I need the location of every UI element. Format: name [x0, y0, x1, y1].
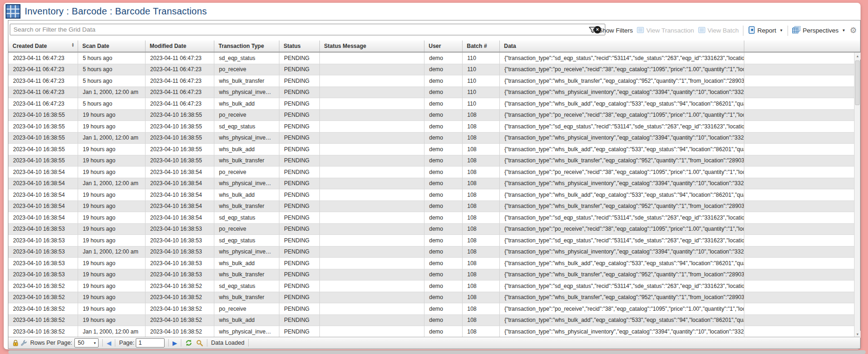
- table-row[interactable]: 2023-04-10 16:38:5219 hours ago2023-04-1…: [8, 315, 854, 327]
- table-row[interactable]: 2023-04-10 16:38:5519 hours ago2023-04-1…: [8, 121, 854, 133]
- cell-data: {"transaction_type":"whs_physical_invent…: [500, 133, 744, 144]
- cell-transaction-type: whs_physical_inve…: [214, 133, 279, 144]
- table-row[interactable]: 2023-04-11 06:47:23Jan 1, 2000, 12:00 am…: [8, 87, 854, 99]
- table-row[interactable]: 2023-04-10 16:38:53Jan 1, 2000, 12:00 am…: [8, 247, 854, 258]
- cell-status-message: [320, 189, 424, 201]
- cell-scan-date: 19 hours ago: [78, 201, 146, 213]
- cell-transaction-type: whs_bulk_add: [214, 189, 279, 201]
- horizontal-scrollbar[interactable]: [8, 350, 866, 354]
- cell-filler: [744, 269, 854, 281]
- table-row[interactable]: 2023-04-11 06:47:235 hours ago2023-04-11…: [8, 98, 854, 110]
- column-header-transaction-type[interactable]: Transaction Type: [214, 40, 279, 52]
- scrollbar-thumb[interactable]: [855, 60, 860, 105]
- cell-modified-date: 2023-04-10 16:38:53: [146, 224, 214, 235]
- column-header-user[interactable]: User: [424, 40, 463, 52]
- cell-created-date: 2023-04-10 16:38:55: [8, 133, 78, 144]
- cell-user: demo: [424, 224, 463, 235]
- cell-batch: 108: [463, 201, 500, 213]
- cell-status: PENDING: [279, 178, 320, 190]
- cell-transaction-type: whs_physical_inve…: [214, 87, 279, 99]
- cell-data: {"transaction_type":"po_receive","recid"…: [500, 110, 744, 121]
- cell-status-message: [320, 167, 424, 178]
- cell-batch: 108: [463, 258, 500, 269]
- table-row[interactable]: 2023-04-10 16:38:5219 hours ago2023-04-1…: [8, 292, 854, 304]
- wrench-icon[interactable]: [20, 340, 27, 347]
- cell-created-date: 2023-04-10 16:38:53: [8, 235, 78, 247]
- cell-batch: 110: [463, 87, 500, 99]
- show-filters-button[interactable]: Show Filters: [589, 27, 633, 35]
- magnifier-icon[interactable]: [196, 340, 203, 347]
- table-row[interactable]: 2023-04-10 16:38:5319 hours ago2023-04-1…: [8, 235, 854, 247]
- filter-funnel-icon: [589, 27, 596, 35]
- cell-data: {"transaction_type":"po_receive","recid"…: [500, 64, 744, 76]
- column-header-status[interactable]: Status: [279, 40, 320, 52]
- view-transaction-button[interactable]: View Transaction: [637, 27, 694, 34]
- footer-separator: [207, 339, 207, 347]
- refresh-icon[interactable]: [185, 339, 192, 347]
- view-batch-button[interactable]: View Batch: [698, 27, 739, 34]
- table-row[interactable]: 2023-04-10 16:38:5519 hours ago2023-04-1…: [8, 155, 854, 167]
- column-header-data[interactable]: Data: [500, 40, 744, 52]
- rows-per-page-select[interactable]: 50 ▼: [74, 338, 99, 347]
- previous-page-icon[interactable]: ◀: [106, 340, 111, 346]
- search-input[interactable]: [10, 24, 605, 35]
- cell-transaction-type: sd_eqp_status: [214, 281, 279, 292]
- table-row[interactable]: 2023-04-10 16:38:54Jan 1, 2000, 12:00 am…: [8, 178, 854, 190]
- vertical-scrollbar[interactable]: ▲ ▼: [854, 53, 860, 338]
- grid-body: 2023-04-11 06:47:235 hours ago2023-04-11…: [8, 53, 854, 338]
- table-row[interactable]: 2023-04-10 16:38:5219 hours ago2023-04-1…: [8, 303, 854, 315]
- sort-icon[interactable]: ▲▼: [72, 42, 74, 47]
- table-row[interactable]: 2023-04-10 16:38:52Jan 1, 2000, 12:00 am…: [8, 326, 854, 338]
- cell-status: PENDING: [279, 292, 320, 304]
- cell-batch: 108: [463, 144, 500, 155]
- lock-icon[interactable]: [13, 340, 19, 347]
- table-row[interactable]: 2023-04-10 16:38:5419 hours ago2023-04-1…: [8, 189, 854, 201]
- table-row[interactable]: 2023-04-10 16:38:5419 hours ago2023-04-1…: [8, 201, 854, 213]
- cell-status-message: [320, 292, 424, 304]
- perspectives-label: Perspectives: [803, 27, 839, 34]
- table-row[interactable]: 2023-04-10 16:38:5319 hours ago2023-04-1…: [8, 224, 854, 235]
- scroll-up-icon[interactable]: ▲: [855, 53, 861, 60]
- column-header-status-message[interactable]: Status Message: [320, 40, 424, 52]
- table-row[interactable]: 2023-04-10 16:38:5419 hours ago2023-04-1…: [8, 167, 854, 178]
- app-panel: Inventory : Barcode : Barcode Transactio…: [4, 3, 861, 349]
- report-button[interactable]: Report ▼: [748, 26, 783, 35]
- column-header-modified-date[interactable]: Modified Date: [146, 40, 214, 52]
- cell-transaction-type: po_receive: [214, 167, 279, 178]
- cell-status: PENDING: [279, 224, 320, 235]
- cell-batch: 108: [463, 281, 500, 292]
- table-row[interactable]: 2023-04-10 16:38:5319 hours ago2023-04-1…: [8, 258, 854, 269]
- cell-batch: 108: [463, 235, 500, 247]
- table-row[interactable]: 2023-04-10 16:38:5519 hours ago2023-04-1…: [8, 144, 854, 155]
- table-row[interactable]: 2023-04-10 16:38:5519 hours ago2023-04-1…: [8, 110, 854, 121]
- cell-batch: 108: [463, 167, 500, 178]
- view-transaction-icon: [637, 27, 644, 34]
- column-header-created-date[interactable]: Created Date▲▼: [8, 40, 78, 52]
- table-row[interactable]: 2023-04-11 06:47:235 hours ago2023-04-11…: [8, 75, 854, 87]
- table-row[interactable]: 2023-04-11 06:47:235 hours ago2023-04-11…: [8, 53, 854, 64]
- cell-scan-date: 19 hours ago: [78, 189, 146, 201]
- cell-batch: 108: [463, 110, 500, 121]
- table-row[interactable]: 2023-04-11 06:47:235 hours ago2023-04-11…: [8, 64, 854, 76]
- table-row[interactable]: 2023-04-10 16:38:5219 hours ago2023-04-1…: [8, 281, 854, 292]
- cell-data: {"transaction_type":"whs_bulk_transfer",…: [500, 155, 744, 167]
- column-header-batch[interactable]: Batch #: [463, 40, 500, 52]
- cell-modified-date: 2023-04-10 16:38:54: [146, 212, 214, 224]
- gear-icon[interactable]: ⚙: [850, 27, 857, 34]
- cell-scan-date: 19 hours ago: [78, 155, 146, 167]
- cell-user: demo: [424, 292, 463, 304]
- cell-status-message: [320, 155, 424, 167]
- cell-status-message: [320, 315, 424, 327]
- table-row[interactable]: 2023-04-10 16:38:55Jan 1, 2000, 12:00 am…: [8, 133, 854, 144]
- next-page-icon[interactable]: ▶: [172, 340, 177, 346]
- table-row[interactable]: 2023-04-10 16:38:5319 hours ago2023-04-1…: [8, 269, 854, 281]
- cell-transaction-type: sd_eqp_status: [214, 121, 279, 133]
- cell-filler: [744, 189, 854, 201]
- cell-transaction-type: po_receive: [214, 224, 279, 235]
- page-number-input[interactable]: [136, 338, 165, 347]
- cell-modified-date: 2023-04-10 16:38:55: [146, 144, 214, 155]
- perspectives-button[interactable]: Perspectives ▼: [792, 26, 846, 35]
- cell-filler: [744, 235, 854, 247]
- table-row[interactable]: 2023-04-10 16:38:5419 hours ago2023-04-1…: [8, 212, 854, 224]
- column-header-scan-date[interactable]: Scan Date: [78, 40, 146, 52]
